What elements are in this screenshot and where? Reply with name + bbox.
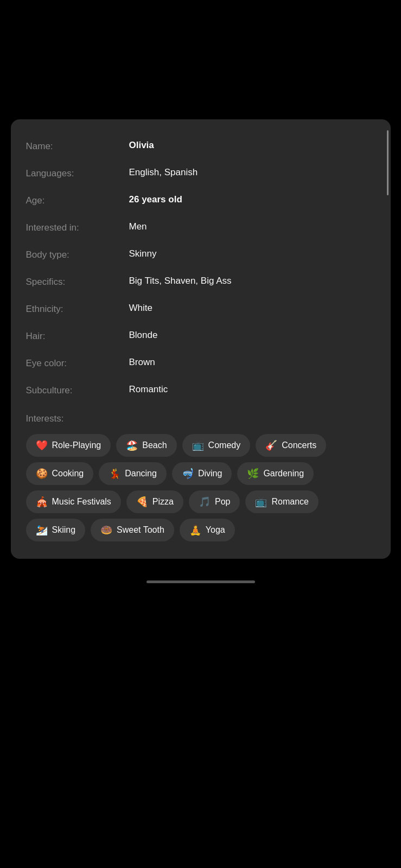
field-label: Ethnicity: xyxy=(26,303,129,315)
field-label: Age: xyxy=(26,194,129,206)
info-row: Body type:Skinny xyxy=(26,241,375,268)
interest-chip[interactable]: 🤿Diving xyxy=(172,462,232,485)
interest-chip[interactable]: 📺Comedy xyxy=(182,434,251,457)
interest-label: Skiing xyxy=(52,525,76,535)
field-value: Big Tits, Shaven, Big Ass xyxy=(129,276,375,288)
interest-emoji: 🎵 xyxy=(199,496,211,508)
interest-label: Beach xyxy=(142,441,167,450)
info-row: Interested in:Men xyxy=(26,214,375,241)
interest-emoji: 🌿 xyxy=(247,468,259,480)
interest-chip[interactable]: 🎸Concerts xyxy=(256,434,326,457)
interest-chip[interactable]: 🏖️Beach xyxy=(116,434,176,457)
interest-emoji: 📺 xyxy=(255,496,267,508)
interest-emoji: 🍪 xyxy=(36,468,48,480)
info-row: Subculture:Romantic xyxy=(26,376,375,404)
interest-emoji: 🏖️ xyxy=(126,439,138,451)
info-row: Eye color:Brown xyxy=(26,349,375,376)
field-label: Specifics: xyxy=(26,276,129,288)
interest-label: Diving xyxy=(198,469,222,478)
interest-emoji: 📺 xyxy=(192,439,204,451)
interest-label: Gardening xyxy=(263,469,304,478)
field-value: Skinny xyxy=(129,248,375,260)
field-value: Brown xyxy=(129,357,375,369)
field-label: Body type: xyxy=(26,248,129,260)
interest-emoji: 🎪 xyxy=(36,496,48,508)
interest-label: Dancing xyxy=(125,469,157,478)
field-value: Blonde xyxy=(129,330,375,342)
interest-chip[interactable]: 🍕Pizza xyxy=(126,490,183,513)
interests-section: Interests: ❤️Role-Playing🏖️Beach📺Comedy🎸… xyxy=(26,404,375,541)
interest-emoji: 🍕 xyxy=(136,496,148,508)
field-value: 26 years old xyxy=(129,194,375,206)
interest-label: Romance xyxy=(271,497,308,507)
phone-frame: Name:OliviaLanguages:English, SpanishAge… xyxy=(0,0,401,868)
interest-chip[interactable]: 📺Romance xyxy=(245,490,318,513)
profile-card: Name:OliviaLanguages:English, SpanishAge… xyxy=(11,119,391,559)
interest-label: Concerts xyxy=(282,441,316,450)
field-label: Interested in: xyxy=(26,221,129,233)
field-label: Hair: xyxy=(26,330,129,342)
field-value: Men xyxy=(129,221,375,233)
field-value: White xyxy=(129,303,375,315)
interest-label: Pizza xyxy=(152,497,174,507)
bottom-bar xyxy=(147,580,255,583)
interest-chip[interactable]: 🧘Yoga xyxy=(180,519,235,541)
info-row: Specifics:Big Tits, Shaven, Big Ass xyxy=(26,268,375,295)
interest-emoji: 🧘 xyxy=(189,524,201,536)
info-row: Hair:Blonde xyxy=(26,322,375,349)
interest-chip[interactable]: 💃Dancing xyxy=(99,462,167,485)
interest-chip[interactable]: 🎵Pop xyxy=(189,490,240,513)
interests-grid: ❤️Role-Playing🏖️Beach📺Comedy🎸Concerts🍪Co… xyxy=(26,434,375,541)
field-value: English, Spanish xyxy=(129,167,375,179)
interest-emoji: 🎸 xyxy=(265,439,277,451)
interest-label: Comedy xyxy=(208,441,241,450)
interest-emoji: 🍩 xyxy=(100,524,112,536)
field-label: Languages: xyxy=(26,167,129,179)
info-row: Languages:English, Spanish xyxy=(26,159,375,187)
info-row: Age:26 years old xyxy=(26,187,375,214)
interest-chip[interactable]: 🍩Sweet Tooth xyxy=(91,519,174,541)
field-value: Romantic xyxy=(129,384,375,396)
field-label: Eye color: xyxy=(26,357,129,369)
field-label: Subculture: xyxy=(26,384,129,396)
interest-emoji: ❤️ xyxy=(36,439,48,451)
interest-label: Yoga xyxy=(206,525,225,535)
interest-emoji: 💃 xyxy=(109,468,120,480)
interest-label: Role-Playing xyxy=(52,441,101,450)
interest-chip[interactable]: 🎪Music Festivals xyxy=(26,490,121,513)
interest-chip[interactable]: ❤️Role-Playing xyxy=(26,434,111,457)
interest-label: Cooking xyxy=(52,469,84,478)
interests-label: Interests: xyxy=(26,413,375,424)
field-value: Olivia xyxy=(129,140,375,152)
interest-label: Sweet Tooth xyxy=(117,525,164,535)
interest-emoji: 🤿 xyxy=(182,468,194,480)
info-row: Ethnicity:White xyxy=(26,295,375,322)
interest-emoji: ⛷️ xyxy=(36,524,48,536)
info-row: Name:Olivia xyxy=(26,132,375,159)
field-label: Name: xyxy=(26,140,129,152)
interest-chip[interactable]: ⛷️Skiing xyxy=(26,519,86,541)
interest-chip[interactable]: 🌿Gardening xyxy=(237,462,314,485)
interest-chip[interactable]: 🍪Cooking xyxy=(26,462,94,485)
interest-label: Pop xyxy=(215,497,230,507)
interest-label: Music Festivals xyxy=(52,497,111,507)
